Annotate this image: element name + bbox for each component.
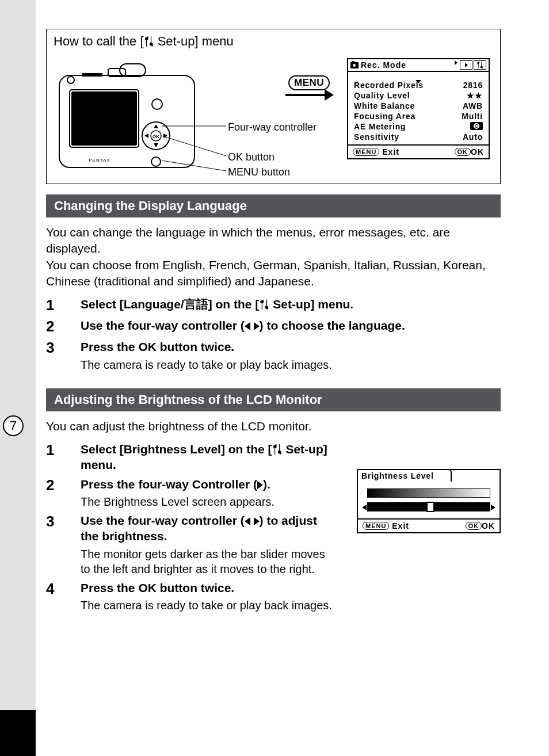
lcd-header: Rec. Mode xyxy=(348,59,489,72)
step-text: Use the four-way controller ( ) to choos… xyxy=(81,318,405,333)
lcd-label: Sensitivity xyxy=(354,132,399,142)
menu-icon-small: MENU xyxy=(353,148,379,156)
svg-text:OK: OK xyxy=(152,134,159,139)
lcd-row: White BalanceAWB xyxy=(354,101,483,111)
step-number: 2 xyxy=(46,476,81,494)
section1-step1: 1 Select [Language/言語] on the [ Set-up] … xyxy=(46,296,501,314)
diagram-title-prefix: How to call the [ xyxy=(54,34,144,48)
lcd-value: ★★ xyxy=(467,91,483,100)
step-text: Select [Brightness Level] on the [ Set-u… xyxy=(81,441,334,473)
setup-icon xyxy=(259,299,269,310)
callout-fourway: Four-way controller xyxy=(228,121,317,133)
lcd-value: 2816 xyxy=(463,81,483,90)
footer-exit-text: Exit xyxy=(382,147,399,156)
step-text: Press the four-way Controller (). The Br… xyxy=(81,476,334,509)
brightness-footer-exit: MENU Exit xyxy=(363,521,409,530)
brightness-lcd-title: Brightness Level xyxy=(357,469,452,482)
jp-text: 言語 xyxy=(184,297,208,311)
brightness-slider-bar xyxy=(367,502,490,511)
step-text: Press the OK button twice. The camera is… xyxy=(81,580,332,613)
menu-button-graphic: MENU xyxy=(288,75,330,90)
lcd-row: Recorded Pixels2816 xyxy=(354,80,483,90)
step-number: 3 xyxy=(46,339,81,357)
lcd-header-text: Rec. Mode xyxy=(361,60,406,70)
lcd-label: AE Metering xyxy=(354,122,406,131)
lcd-row: Focusing AreaMulti xyxy=(354,111,483,121)
lcd-label: White Balance xyxy=(354,101,415,110)
lcd-rec-mode-menu: Rec. Mode Recorded Pixels2816 Quality Le… xyxy=(347,58,490,159)
step-desc: The camera is ready to take or play back… xyxy=(81,598,332,613)
section2-heading: Adjusting the Brightness of the LCD Moni… xyxy=(46,388,501,411)
arrow-left-icon xyxy=(245,322,250,330)
lcd-label: Focusing Area xyxy=(354,112,415,121)
side-black-box xyxy=(0,710,36,756)
section2-intro: You can adjust the brightness of the LCD… xyxy=(46,418,501,434)
section2-step4: 4 Press the OK button twice. The camera … xyxy=(46,580,501,613)
setup-icon xyxy=(144,36,154,47)
lcd-value: Multi xyxy=(462,112,483,121)
section1-step3: 3 Press the OK button twice. The camera … xyxy=(46,339,501,372)
brightness-footer-ok: OKOK xyxy=(466,521,495,530)
step-number: 3 xyxy=(46,513,81,530)
menu-button-icon: MENU xyxy=(288,75,330,90)
arrow-right-icon xyxy=(254,517,260,525)
setup-icon xyxy=(476,62,484,69)
lcd-body: Recorded Pixels2816 Quality Level★★ Whit… xyxy=(348,72,489,144)
step-desc: The Brightness Level screen appears. xyxy=(81,494,334,509)
arrow-left-icon xyxy=(245,517,250,525)
section1-heading: Changing the Display Language xyxy=(46,194,501,217)
brightness-level-lcd: Brightness Level MENU Exit OKOK xyxy=(357,469,501,533)
lcd-value: Auto xyxy=(463,132,483,142)
diagram-title-suffix: Set-up] menu xyxy=(154,34,234,48)
svg-rect-11 xyxy=(82,73,102,77)
section-number-badge: 7 xyxy=(3,415,24,436)
menu-icon-small: MENU xyxy=(363,522,389,530)
lcd-footer-ok: OKOK xyxy=(455,147,485,156)
metering-icon xyxy=(470,122,483,130)
footer-ok-text: OK xyxy=(482,521,495,530)
arrow-right-icon xyxy=(257,481,263,489)
camera-icon xyxy=(350,62,359,68)
step-text: Use the four-way controller ( ) to adjus… xyxy=(81,513,334,576)
svg-point-7 xyxy=(151,157,161,166)
footer-exit-text: Exit xyxy=(392,521,409,530)
setup-icon xyxy=(272,444,283,455)
lcd-label: Recorded Pixels xyxy=(354,81,424,90)
step-text: Press the OK button twice. The camera is… xyxy=(81,339,332,372)
step-desc: The monitor gets darker as the bar slide… xyxy=(81,547,334,576)
step-number: 1 xyxy=(46,441,81,459)
lcd-tab-setup xyxy=(474,60,486,70)
step-text: Select [Language/言語] on the [ Set-up] me… xyxy=(81,296,353,312)
ok-icon-small: OK xyxy=(466,522,482,530)
step-number: 1 xyxy=(46,296,81,314)
svg-rect-8 xyxy=(120,64,146,77)
svg-text:PENTAX: PENTAX xyxy=(89,158,110,163)
svg-point-10 xyxy=(67,77,74,83)
howto-diagram-box: How to call the [ Set-up] menu OK xyxy=(46,29,501,184)
lcd-value: AWB xyxy=(463,101,483,110)
lcd-footer: MENU Exit OKOK xyxy=(348,144,489,158)
callout-lines xyxy=(162,58,237,179)
lcd-footer-exit: MENU Exit xyxy=(353,147,399,156)
lcd-tabs xyxy=(455,60,486,70)
svg-line-14 xyxy=(162,136,226,156)
diagram-title: How to call the [ Set-up] menu xyxy=(54,34,493,49)
section1-step2: 2 Use the four-way controller ( ) to cho… xyxy=(46,318,501,335)
callout-menu: MENU button xyxy=(228,166,290,178)
slider-thumb xyxy=(426,502,434,512)
section2-step1: 1 Select [Brightness Level] on the [ Set… xyxy=(46,441,501,473)
arrow-right xyxy=(285,94,326,96)
svg-line-15 xyxy=(162,161,226,171)
slider-right-arrow-icon xyxy=(491,505,495,510)
side-gray-strip xyxy=(0,0,36,710)
arrow-right-icon xyxy=(254,322,260,330)
play-icon xyxy=(465,63,468,67)
step-desc: The camera is ready to take or play back… xyxy=(81,357,332,372)
lcd-row: Quality Level★★ xyxy=(354,90,483,101)
lcd-row: SensitivityAuto xyxy=(354,132,483,142)
section1-body: You can change the language in which the… xyxy=(46,224,501,289)
lcd-label: Quality Level xyxy=(354,91,410,100)
lcd-tab-playback xyxy=(460,60,472,70)
svg-point-3 xyxy=(152,99,162,109)
callout-ok: OK button xyxy=(228,151,274,163)
